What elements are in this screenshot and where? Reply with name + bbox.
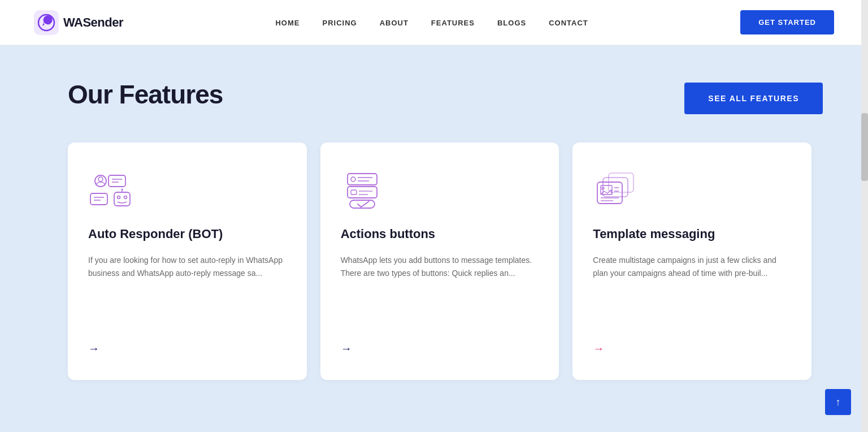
logo-link[interactable]: WASender	[34, 10, 123, 35]
svg-rect-19	[348, 187, 377, 198]
svg-rect-23	[350, 200, 375, 208]
svg-rect-7	[90, 193, 107, 205]
feature-card-template-messaging: Template messaging Create multistage cam…	[572, 142, 811, 380]
arrow-right-icon: →	[593, 342, 604, 355]
card-arrow-actions-buttons[interactable]: →	[341, 342, 539, 355]
template-messaging-icon	[593, 171, 638, 210]
actions-buttons-icon	[341, 171, 386, 210]
arrow-right-icon: →	[88, 342, 99, 355]
logo-text: WASender	[63, 15, 123, 30]
get-started-button[interactable]: GET STARTED	[740, 10, 834, 34]
scroll-top-icon: ↑	[836, 396, 841, 408]
card-desc-actions-buttons: WhatsApp lets you add buttons to message…	[341, 254, 539, 325]
features-header: Our Features SEE ALL FEATURES	[68, 79, 823, 114]
nav-home[interactable]: HOME	[275, 19, 300, 27]
features-title: Our Features	[68, 79, 223, 110]
nav-blogs[interactable]: BLOGS	[497, 19, 526, 27]
card-desc-auto-responder: If you are looking for how to set auto-r…	[88, 254, 287, 325]
nav-features[interactable]: FEATURES	[431, 19, 475, 27]
scroll-to-top-button[interactable]: ↑	[825, 389, 851, 415]
svg-point-16	[351, 177, 355, 182]
nav-pricing[interactable]: PRICING	[322, 19, 357, 27]
feature-card-auto-responder: Auto Responder (BOT) If you are looking …	[68, 142, 307, 380]
svg-rect-25	[603, 178, 628, 197]
arrow-right-icon: →	[341, 342, 352, 355]
features-cards-grid: Auto Responder (BOT) If you are looking …	[68, 142, 811, 380]
svg-point-14	[121, 189, 123, 191]
nav-list: HOME PRICING ABOUT FEATURES BLOGS CONTAC…	[275, 18, 588, 28]
see-all-features-button[interactable]: SEE ALL FEATURES	[684, 83, 823, 114]
svg-rect-20	[351, 190, 357, 195]
svg-point-12	[124, 196, 127, 199]
svg-rect-4	[108, 175, 125, 187]
feature-card-actions-buttons: Actions buttons WhatsApp lets you add bu…	[320, 142, 559, 380]
card-title-actions-buttons: Actions buttons	[341, 226, 539, 243]
auto-responder-icon	[88, 171, 133, 210]
nav-contact[interactable]: CONTACT	[549, 19, 588, 27]
svg-point-11	[118, 196, 120, 199]
card-desc-template-messaging: Create multistage campaigns in just a fe…	[593, 254, 791, 325]
card-arrow-template-messaging[interactable]: →	[593, 342, 791, 355]
svg-rect-10	[114, 192, 130, 206]
nav-about[interactable]: ABOUT	[380, 19, 409, 27]
svg-rect-15	[348, 174, 377, 185]
scrollbar-thumb[interactable]	[861, 113, 868, 181]
main-content: Our Features SEE ALL FEATURES	[0, 45, 868, 432]
logo-icon	[34, 10, 59, 35]
card-title-auto-responder: Auto Responder (BOT)	[88, 226, 287, 243]
card-arrow-auto-responder[interactable]: →	[88, 342, 287, 355]
card-title-template-messaging: Template messaging	[593, 226, 791, 243]
svg-point-3	[98, 177, 103, 182]
scrollbar-track[interactable]	[861, 0, 868, 432]
navbar: WASender HOME PRICING ABOUT FEATURES BLO…	[0, 0, 868, 45]
